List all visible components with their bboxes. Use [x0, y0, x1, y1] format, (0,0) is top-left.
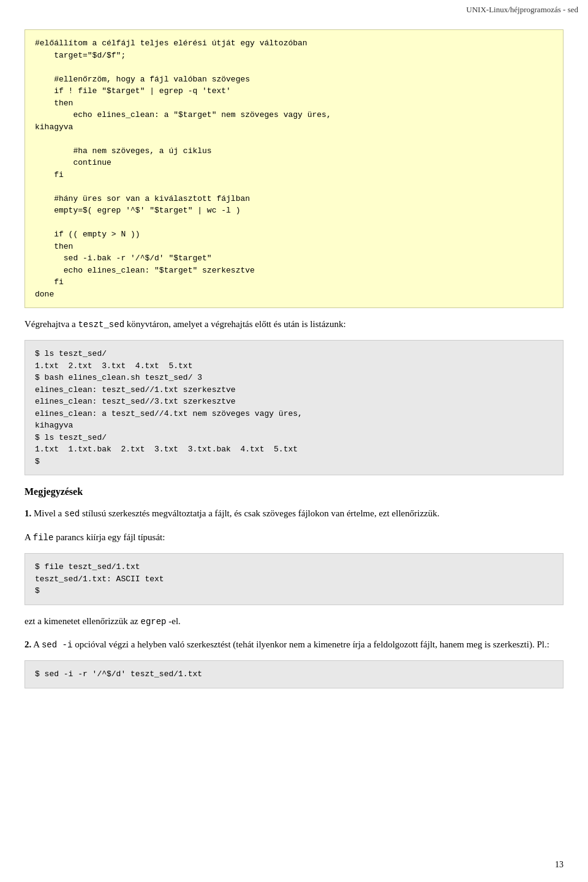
- file-intro-after: parancs kiírja egy fájl típusát:: [56, 532, 165, 542]
- note-2-before: A: [33, 639, 39, 649]
- egrep-text: ezt a kimenetet ellenőrizzük az egrep -e…: [24, 614, 564, 628]
- egrep-text-after: -el.: [168, 616, 181, 626]
- note-1-text-after: stílusú szerkesztés megváltoztatja a fáj…: [82, 508, 440, 518]
- inline-code-sed: sed: [64, 509, 80, 519]
- notes-title: Megjegyzések: [24, 486, 564, 497]
- note-1-number: 1.: [24, 508, 31, 518]
- page-header: UNIX-Linux/héjprogramozás - sed: [0, 0, 588, 17]
- inline-code-file: file: [33, 533, 54, 543]
- header-title: UNIX-Linux/héjprogramozás - sed: [466, 5, 578, 14]
- note-1-block: 1. Mivel a sed stílusú szerkesztés megvá…: [24, 506, 564, 521]
- code-block-2: $ ls teszt_sed/ 1.txt 2.txt 3.txt 4.txt …: [24, 340, 564, 475]
- code-block-3: $ file teszt_sed/1.txt teszt_sed/1.txt: …: [24, 553, 564, 605]
- page-footer: 13: [555, 860, 564, 870]
- file-command-intro: A file parancs kiírja egy fájl típusát:: [24, 530, 564, 545]
- note-2-number: 2.: [24, 639, 31, 649]
- note-2-block: 2. A sed -i opcióval végzi a helyben val…: [24, 637, 564, 652]
- text-intro-1: Végrehajtva a teszt_sed könyvtáron, amel…: [24, 317, 564, 331]
- page-content: #előállítom a célfájl teljes elérési útj…: [0, 17, 588, 719]
- code-block-4: $ sed -i -r '/^$/d' teszt_sed/1.txt: [24, 660, 564, 688]
- page-number: 13: [555, 860, 564, 869]
- inline-code-sed-i: sed -i: [42, 640, 72, 650]
- egrep-text-before: ezt a kimenetet ellenőrizzük az: [24, 616, 138, 626]
- note-2-text-after: opcióval végzi a helyben való szerkeszté…: [75, 639, 549, 649]
- text-after-inline-1: könyvtáron, amelyet a végrehajtás előtt …: [127, 319, 346, 329]
- code-block-1: #előállítom a célfájl teljes elérési útj…: [24, 29, 564, 308]
- note-1-text-before: Mivel a: [34, 508, 62, 518]
- inline-code-teszt-sed: teszt_sed: [78, 320, 124, 330]
- text-before-inline-1: Végrehajtva a: [24, 319, 76, 329]
- inline-code-egrep: egrep: [140, 617, 166, 627]
- file-intro-before: A: [24, 532, 31, 542]
